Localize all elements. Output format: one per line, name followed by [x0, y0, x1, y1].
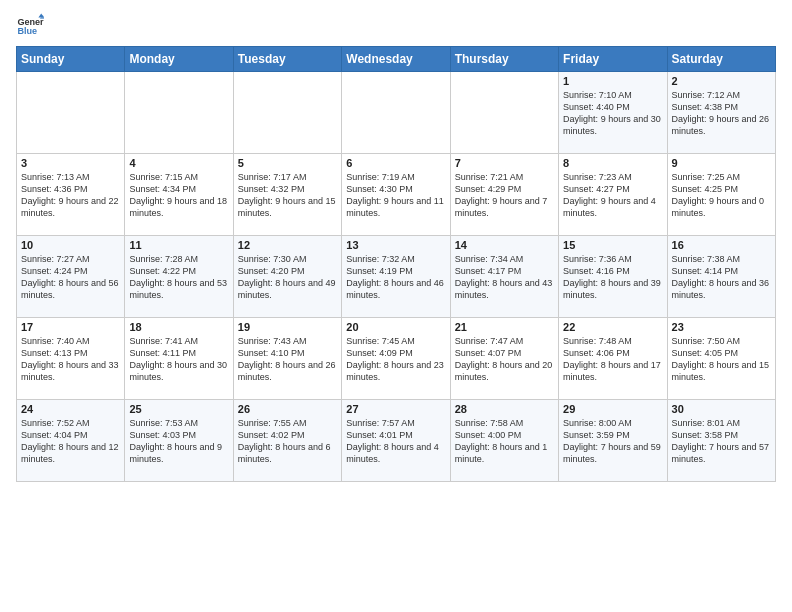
day-number: 5 [238, 157, 337, 169]
calendar-week-3: 10Sunrise: 7:27 AM Sunset: 4:24 PM Dayli… [17, 236, 776, 318]
col-header-monday: Monday [125, 47, 233, 72]
day-info: Sunrise: 7:43 AM Sunset: 4:10 PM Dayligh… [238, 335, 337, 384]
day-info: Sunrise: 7:21 AM Sunset: 4:29 PM Dayligh… [455, 171, 554, 220]
day-info: Sunrise: 7:27 AM Sunset: 4:24 PM Dayligh… [21, 253, 120, 302]
day-number: 12 [238, 239, 337, 251]
day-info: Sunrise: 7:55 AM Sunset: 4:02 PM Dayligh… [238, 417, 337, 466]
day-number: 1 [563, 75, 662, 87]
calendar-cell: 6Sunrise: 7:19 AM Sunset: 4:30 PM Daylig… [342, 154, 450, 236]
day-number: 3 [21, 157, 120, 169]
day-info: Sunrise: 7:12 AM Sunset: 4:38 PM Dayligh… [672, 89, 771, 138]
calendar-week-4: 17Sunrise: 7:40 AM Sunset: 4:13 PM Dayli… [17, 318, 776, 400]
day-number: 25 [129, 403, 228, 415]
day-info: Sunrise: 7:30 AM Sunset: 4:20 PM Dayligh… [238, 253, 337, 302]
calendar-cell: 17Sunrise: 7:40 AM Sunset: 4:13 PM Dayli… [17, 318, 125, 400]
calendar-cell [125, 72, 233, 154]
day-number: 19 [238, 321, 337, 333]
day-number: 11 [129, 239, 228, 251]
day-number: 28 [455, 403, 554, 415]
day-number: 23 [672, 321, 771, 333]
calendar-week-5: 24Sunrise: 7:52 AM Sunset: 4:04 PM Dayli… [17, 400, 776, 482]
day-number: 26 [238, 403, 337, 415]
calendar-cell: 30Sunrise: 8:01 AM Sunset: 3:58 PM Dayli… [667, 400, 775, 482]
main-container: General Blue SundayMondayTuesdayWednesda… [0, 0, 792, 490]
logo-icon: General Blue [16, 12, 44, 40]
calendar-cell: 13Sunrise: 7:32 AM Sunset: 4:19 PM Dayli… [342, 236, 450, 318]
calendar-cell [233, 72, 341, 154]
day-number: 16 [672, 239, 771, 251]
day-info: Sunrise: 7:50 AM Sunset: 4:05 PM Dayligh… [672, 335, 771, 384]
day-number: 14 [455, 239, 554, 251]
calendar-table: SundayMondayTuesdayWednesdayThursdayFrid… [16, 46, 776, 482]
calendar-cell: 2Sunrise: 7:12 AM Sunset: 4:38 PM Daylig… [667, 72, 775, 154]
calendar-cell: 7Sunrise: 7:21 AM Sunset: 4:29 PM Daylig… [450, 154, 558, 236]
calendar-cell [450, 72, 558, 154]
day-info: Sunrise: 7:47 AM Sunset: 4:07 PM Dayligh… [455, 335, 554, 384]
calendar-week-2: 3Sunrise: 7:13 AM Sunset: 4:36 PM Daylig… [17, 154, 776, 236]
calendar-cell: 24Sunrise: 7:52 AM Sunset: 4:04 PM Dayli… [17, 400, 125, 482]
day-number: 22 [563, 321, 662, 333]
day-number: 27 [346, 403, 445, 415]
day-info: Sunrise: 7:40 AM Sunset: 4:13 PM Dayligh… [21, 335, 120, 384]
day-number: 30 [672, 403, 771, 415]
col-header-sunday: Sunday [17, 47, 125, 72]
calendar-cell: 22Sunrise: 7:48 AM Sunset: 4:06 PM Dayli… [559, 318, 667, 400]
svg-text:General: General [17, 17, 44, 27]
day-info: Sunrise: 8:00 AM Sunset: 3:59 PM Dayligh… [563, 417, 662, 466]
calendar-cell: 1Sunrise: 7:10 AM Sunset: 4:40 PM Daylig… [559, 72, 667, 154]
calendar-cell: 21Sunrise: 7:47 AM Sunset: 4:07 PM Dayli… [450, 318, 558, 400]
calendar-cell: 11Sunrise: 7:28 AM Sunset: 4:22 PM Dayli… [125, 236, 233, 318]
day-info: Sunrise: 7:45 AM Sunset: 4:09 PM Dayligh… [346, 335, 445, 384]
day-number: 24 [21, 403, 120, 415]
day-number: 13 [346, 239, 445, 251]
day-number: 17 [21, 321, 120, 333]
day-info: Sunrise: 7:17 AM Sunset: 4:32 PM Dayligh… [238, 171, 337, 220]
day-info: Sunrise: 7:23 AM Sunset: 4:27 PM Dayligh… [563, 171, 662, 220]
day-info: Sunrise: 7:13 AM Sunset: 4:36 PM Dayligh… [21, 171, 120, 220]
day-number: 20 [346, 321, 445, 333]
day-info: Sunrise: 7:10 AM Sunset: 4:40 PM Dayligh… [563, 89, 662, 138]
col-header-friday: Friday [559, 47, 667, 72]
logo: General Blue [16, 12, 48, 40]
day-number: 29 [563, 403, 662, 415]
calendar-cell: 4Sunrise: 7:15 AM Sunset: 4:34 PM Daylig… [125, 154, 233, 236]
day-info: Sunrise: 7:28 AM Sunset: 4:22 PM Dayligh… [129, 253, 228, 302]
day-info: Sunrise: 7:15 AM Sunset: 4:34 PM Dayligh… [129, 171, 228, 220]
calendar-cell: 28Sunrise: 7:58 AM Sunset: 4:00 PM Dayli… [450, 400, 558, 482]
calendar-cell: 19Sunrise: 7:43 AM Sunset: 4:10 PM Dayli… [233, 318, 341, 400]
calendar-cell: 16Sunrise: 7:38 AM Sunset: 4:14 PM Dayli… [667, 236, 775, 318]
calendar-cell: 10Sunrise: 7:27 AM Sunset: 4:24 PM Dayli… [17, 236, 125, 318]
calendar-cell: 5Sunrise: 7:17 AM Sunset: 4:32 PM Daylig… [233, 154, 341, 236]
col-header-wednesday: Wednesday [342, 47, 450, 72]
calendar-week-1: 1Sunrise: 7:10 AM Sunset: 4:40 PM Daylig… [17, 72, 776, 154]
day-info: Sunrise: 7:53 AM Sunset: 4:03 PM Dayligh… [129, 417, 228, 466]
col-header-tuesday: Tuesday [233, 47, 341, 72]
calendar-cell: 27Sunrise: 7:57 AM Sunset: 4:01 PM Dayli… [342, 400, 450, 482]
day-info: Sunrise: 7:41 AM Sunset: 4:11 PM Dayligh… [129, 335, 228, 384]
day-info: Sunrise: 7:57 AM Sunset: 4:01 PM Dayligh… [346, 417, 445, 466]
col-header-saturday: Saturday [667, 47, 775, 72]
day-number: 6 [346, 157, 445, 169]
day-info: Sunrise: 7:36 AM Sunset: 4:16 PM Dayligh… [563, 253, 662, 302]
day-number: 18 [129, 321, 228, 333]
calendar-cell: 15Sunrise: 7:36 AM Sunset: 4:16 PM Dayli… [559, 236, 667, 318]
day-number: 15 [563, 239, 662, 251]
day-info: Sunrise: 7:32 AM Sunset: 4:19 PM Dayligh… [346, 253, 445, 302]
calendar-cell: 18Sunrise: 7:41 AM Sunset: 4:11 PM Dayli… [125, 318, 233, 400]
calendar-cell: 8Sunrise: 7:23 AM Sunset: 4:27 PM Daylig… [559, 154, 667, 236]
calendar-cell [342, 72, 450, 154]
calendar-cell: 9Sunrise: 7:25 AM Sunset: 4:25 PM Daylig… [667, 154, 775, 236]
svg-text:Blue: Blue [17, 26, 37, 36]
day-number: 9 [672, 157, 771, 169]
header: General Blue [16, 12, 776, 40]
day-number: 8 [563, 157, 662, 169]
day-info: Sunrise: 7:48 AM Sunset: 4:06 PM Dayligh… [563, 335, 662, 384]
calendar-cell: 29Sunrise: 8:00 AM Sunset: 3:59 PM Dayli… [559, 400, 667, 482]
day-info: Sunrise: 7:38 AM Sunset: 4:14 PM Dayligh… [672, 253, 771, 302]
calendar-cell: 12Sunrise: 7:30 AM Sunset: 4:20 PM Dayli… [233, 236, 341, 318]
calendar-cell: 20Sunrise: 7:45 AM Sunset: 4:09 PM Dayli… [342, 318, 450, 400]
day-info: Sunrise: 7:19 AM Sunset: 4:30 PM Dayligh… [346, 171, 445, 220]
calendar-cell [17, 72, 125, 154]
day-number: 4 [129, 157, 228, 169]
day-number: 2 [672, 75, 771, 87]
